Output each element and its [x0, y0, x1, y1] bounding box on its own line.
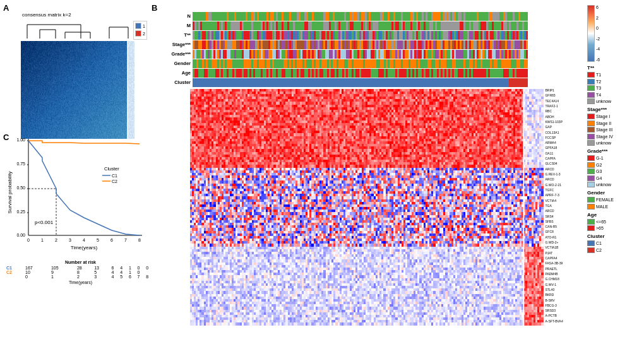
risk-c2-val-1: 9 — [51, 270, 77, 274]
risk-c1-val-6: 1 — [129, 266, 138, 270]
risk-c2-val-7: 0 — [138, 270, 146, 274]
track-age-colors — [193, 69, 578, 78]
risk-c1-val-0: 167 — [25, 266, 51, 270]
heatmap-canvas — [190, 89, 544, 326]
legend-G4: G4 — [587, 175, 643, 181]
legend-Age: Age <=65 >65 — [587, 212, 643, 232]
track-Age: Age — [158, 69, 578, 78]
Male-swatch — [587, 204, 595, 209]
colorbar-lower-mid-label: -2 — [596, 37, 600, 41]
risk-c1-val-3: 13 — [94, 266, 111, 270]
legend-StageI: Stage I — [587, 114, 643, 119]
cluster-legend: 1 2 — [133, 21, 147, 40]
legend-Stage-unknow: unknow — [587, 140, 643, 146]
risk-table-content: C1 167 105 28 13 6 4 1 0 0 C2 10 9 8 5 4… — [6, 266, 155, 279]
colorbar-mid-label: 0 — [596, 26, 600, 30]
track-cluster-colors — [193, 78, 578, 87]
risk-c2-val-2: 8 — [77, 270, 94, 274]
track-T-label: T** — [158, 31, 193, 40]
svg-text:0.25: 0.25 — [16, 209, 25, 214]
track-Cluster-label: Cluster — [158, 78, 193, 87]
track-grade-colors — [193, 50, 578, 59]
risk-c1-val-1: 105 — [51, 266, 77, 270]
track-T: T** — [158, 31, 578, 40]
svg-text:0.00: 0.00 — [16, 233, 25, 237]
svg-text:Survival probability: Survival probability — [7, 171, 13, 213]
G2-swatch — [587, 162, 595, 168]
svg-text:6: 6 — [110, 238, 113, 242]
track-Gender-label: Gender — [158, 59, 193, 68]
legend-Grade: Grade*** G-1 G2 G3 G4 unknow — [587, 148, 643, 187]
risk-table-title: Number at risk — [6, 260, 155, 264]
svg-text:0.50: 0.50 — [16, 186, 25, 190]
legend-Stage: Stage*** Stage I Stage II Stage III Stag… — [587, 107, 643, 146]
C1-swatch — [587, 240, 595, 246]
track-t-colors — [193, 31, 578, 40]
risk-c2-label: C2 — [6, 270, 25, 274]
track-gender-colors — [193, 59, 578, 68]
track-Stage: Stage*** — [158, 40, 578, 49]
track-Stage-label: Stage*** — [158, 40, 193, 49]
T-unknow-swatch — [587, 98, 595, 104]
Grade-unknow-swatch — [587, 182, 595, 187]
T3-swatch — [587, 85, 595, 91]
legend-T3: T3 — [587, 85, 643, 91]
T1-label: T1 — [596, 73, 601, 77]
G1-swatch — [587, 155, 595, 161]
Age-gt65-swatch — [587, 225, 595, 231]
svg-text:5: 5 — [97, 238, 99, 242]
panel-c-survival: 1.00 0.75 0.50 0.25 0.00 0 1 2 3 4 5 6 7… — [6, 136, 155, 341]
gene-labels-left — [155, 89, 190, 326]
G2-label: G2 — [596, 163, 602, 167]
G4-swatch — [587, 175, 595, 181]
legend-T2: T2 — [587, 79, 643, 85]
StageIII-label: Stage III — [596, 127, 612, 132]
Stage-unknow-swatch — [587, 140, 595, 146]
risk-c1-val-7: 0 — [138, 266, 146, 270]
legend-Stage-title: Stage*** — [587, 107, 643, 112]
T3-label: T3 — [596, 86, 601, 90]
panel-b-heatmap: N M T** Stage*** Grade*** Gender — [155, 3, 578, 338]
track-N-label: N — [158, 12, 193, 21]
StageIV-label: Stage IV — [596, 134, 613, 139]
legend-Cluster-bottom-title: Cluster — [587, 233, 643, 239]
svg-text:1.00: 1.00 — [16, 138, 25, 142]
legend-T1: T1 — [587, 72, 643, 78]
Female-label: FEMALE — [596, 198, 614, 202]
Age-gt65-label: >65 — [596, 226, 604, 230]
G3-label: G3 — [596, 169, 602, 174]
risk-row-c2: C2 10 9 8 5 4 4 1 0 — [6, 270, 155, 274]
legend-T: T** T1 T2 T3 T4 unknow — [587, 65, 643, 104]
StageII-label: Stage II — [596, 121, 611, 126]
legend-Age-title: Age — [587, 212, 643, 218]
colorbar-top-label: 6 — [596, 5, 600, 9]
track-M: M — [158, 21, 578, 30]
heatmap-tracks: N M T** Stage*** Grade*** Gender — [158, 12, 578, 87]
risk-c1-val-2: 28 — [77, 266, 94, 270]
T-unknow-label: unknow — [596, 99, 611, 103]
legend-Grade-unknow: unknow — [587, 182, 643, 187]
svg-text:7: 7 — [124, 238, 127, 242]
svg-text:0.75: 0.75 — [16, 162, 25, 166]
G1-label: G-1 — [596, 156, 604, 160]
risk-c2-val-6: 1 — [129, 270, 138, 274]
consensus-matrix-canvas — [21, 41, 134, 139]
Grade-unknow-label: unknow — [596, 182, 611, 187]
risk-c1-val-8: 0 — [146, 266, 155, 270]
pvalue-text: p<0.001 — [35, 220, 54, 225]
c1-legend-label: C1 — [112, 174, 117, 178]
right-legend-panel: 6 2 0 -2 -4 -6 T** T1 T2 T3 T4 unknow — [587, 5, 643, 256]
legend-Gender-title: Gender — [587, 190, 643, 196]
risk-c2-val-3: 5 — [94, 270, 111, 274]
risk-c1-val-4: 6 — [112, 266, 121, 270]
legend-G3: G3 — [587, 168, 643, 174]
cluster-legend-title: Cluster — [104, 166, 119, 172]
svg-text:4: 4 — [83, 238, 85, 242]
c2-legend-label: C2 — [112, 179, 117, 184]
C1-label: C1 — [596, 241, 602, 245]
T4-label: T4 — [596, 93, 601, 97]
legend-Male: MALE — [587, 204, 643, 209]
expression-colorbar: 6 2 0 -2 -4 -6 — [587, 5, 643, 62]
track-Age-label: Age — [158, 69, 193, 78]
StageIII-swatch — [587, 127, 595, 133]
